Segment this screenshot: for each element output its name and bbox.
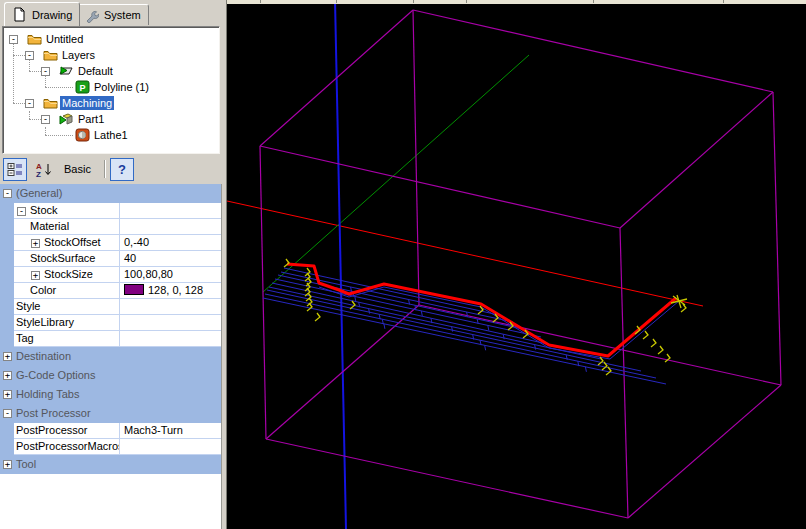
tree-item-machining[interactable]: -Machining: [3, 95, 219, 111]
stock-edge: [266, 439, 628, 518]
property-value-cell[interactable]: [120, 299, 221, 315]
property-category-post-processor[interactable]: -Post Processor: [0, 404, 221, 423]
ruler-tick: [723, 0, 724, 3]
direction-tick: [384, 324, 385, 329]
property-row-stockoffset[interactable]: +StockOffset0,-40: [0, 235, 221, 251]
property-value-cell[interactable]: [120, 439, 221, 455]
color-swatch: [124, 284, 144, 295]
property-name-cell: StyleLibrary: [14, 315, 120, 331]
tree-item-untitled[interactable]: -Untitled: [3, 31, 219, 47]
rapid-arrow-marker: [643, 331, 648, 339]
tab-system[interactable]: System: [76, 4, 149, 25]
expander-icon[interactable]: -: [25, 99, 34, 108]
rapid-arrow-marker: [658, 346, 663, 354]
ruler-tick: [593, 0, 594, 3]
expander-icon[interactable]: -: [41, 67, 50, 76]
property-value-label: Mach3-Turn: [124, 424, 183, 436]
tree-item-polyline-1[interactable]: PPolyline (1): [3, 79, 219, 95]
property-category-holding-tabs[interactable]: +Holding Tabs: [0, 385, 221, 404]
property-category-tool[interactable]: +Tool: [0, 455, 221, 474]
property-name-label: StyleLibrary: [16, 315, 74, 330]
roughing-pass-line: [272, 283, 561, 347]
stock-edge: [260, 146, 620, 228]
tree-item-label: Part1: [76, 112, 106, 126]
tab-bar: Drawing System: [2, 1, 220, 25]
property-name-label: Color: [30, 283, 56, 298]
property-row-stock[interactable]: -Stock: [0, 203, 221, 219]
property-value-cell[interactable]: [120, 219, 221, 235]
expander-icon[interactable]: +: [31, 239, 40, 248]
viewport-canvas[interactable]: [227, 4, 806, 529]
expander-icon[interactable]: -: [3, 189, 12, 198]
expander-icon[interactable]: +: [31, 271, 40, 280]
property-value-cell[interactable]: 128, 0, 128: [120, 283, 221, 299]
property-value-cell[interactable]: [120, 331, 221, 347]
property-name-label: Material: [30, 219, 69, 234]
stock-edge: [620, 92, 773, 228]
tree-item-label: Default: [76, 64, 115, 78]
property-row-stylelibrary[interactable]: StyleLibrary: [0, 315, 221, 331]
direction-tick: [355, 296, 356, 301]
category-label: G-Code Options: [16, 366, 95, 385]
property-row-stocksurface[interactable]: StockSurface40: [0, 251, 221, 267]
expander-icon[interactable]: -: [3, 409, 12, 418]
direction-tick: [421, 311, 422, 316]
property-toolbar: A Z Basic ?: [0, 156, 222, 184]
tab-drawing[interactable]: Drawing: [4, 2, 80, 26]
svg-text:P: P: [80, 83, 86, 93]
stock-edge: [620, 228, 628, 518]
grid-margin: [0, 299, 14, 315]
grid-margin: [0, 331, 14, 347]
tree-item-layers[interactable]: -Layers: [3, 47, 219, 63]
tab-drawing-label: Drawing: [32, 9, 72, 21]
ruler-tick: [260, 0, 261, 3]
rapid-arrow-marker: [284, 259, 289, 267]
rapid-arrow-marker: [681, 304, 686, 312]
property-category-g-code-options[interactable]: +G-Code Options: [0, 366, 221, 385]
wrench-icon: [84, 8, 99, 23]
svg-text:Z: Z: [36, 170, 41, 178]
category-label: Destination: [16, 347, 71, 366]
lathe-profile-path: [287, 264, 676, 356]
property-value-cell[interactable]: 0,-40: [120, 235, 221, 251]
viewport-3d[interactable]: [227, 0, 806, 529]
tree-item-lathe1[interactable]: Lathe1: [3, 127, 219, 143]
property-value-cell[interactable]: Mach3-Turn: [120, 423, 221, 439]
categorized-view-button[interactable]: [3, 158, 27, 181]
expander-icon[interactable]: -: [41, 115, 50, 124]
property-row-postprocessor[interactable]: PostProcessorMach3-Turn: [0, 423, 221, 439]
tree-item-part1[interactable]: -Part1: [3, 111, 219, 127]
axes-group: [227, 4, 703, 529]
property-value-label: 0,-40: [124, 236, 149, 248]
property-category-general[interactable]: -(General): [0, 184, 221, 203]
expander-icon[interactable]: -: [17, 207, 26, 216]
property-row-tag[interactable]: Tag: [0, 331, 221, 347]
property-value-label: 40: [124, 252, 136, 264]
property-category-destination[interactable]: +Destination: [0, 347, 221, 366]
roughing-pass-line: [263, 298, 666, 384]
property-row-material[interactable]: Material: [0, 219, 221, 235]
tree-item-label: Layers: [60, 48, 97, 62]
x-axis-line: [227, 201, 703, 306]
expander-icon[interactable]: +: [3, 460, 12, 469]
help-button[interactable]: ?: [110, 158, 134, 181]
tree-connector: [45, 87, 73, 88]
basic-filter-dropdown[interactable]: Basic: [64, 163, 91, 175]
expander-icon[interactable]: +: [3, 390, 12, 399]
property-row-color[interactable]: Color128, 0, 128: [0, 283, 221, 299]
property-row-style[interactable]: Style: [0, 299, 221, 315]
expander-icon[interactable]: +: [3, 352, 12, 361]
property-row-postprocessormacros[interactable]: PostProcessorMacros: [0, 439, 221, 455]
expander-icon[interactable]: -: [25, 51, 34, 60]
property-row-stocksize[interactable]: +StockSize100,80,80: [0, 267, 221, 283]
expander-icon[interactable]: -: [9, 35, 18, 44]
property-value-cell[interactable]: 40: [120, 251, 221, 267]
property-value-cell[interactable]: [120, 315, 221, 331]
property-value-cell[interactable]: 100,80,80: [120, 267, 221, 283]
drawing-tree: -Untitled-Layers-DefaultPPolyline (1)-Ma…: [2, 26, 220, 154]
alphabetical-sort-button[interactable]: A Z: [32, 158, 56, 181]
expander-icon[interactable]: +: [3, 371, 12, 380]
property-value-cell[interactable]: [120, 203, 221, 219]
property-name-cell: Tag: [14, 331, 120, 347]
tree-item-default[interactable]: -Default: [3, 63, 219, 79]
